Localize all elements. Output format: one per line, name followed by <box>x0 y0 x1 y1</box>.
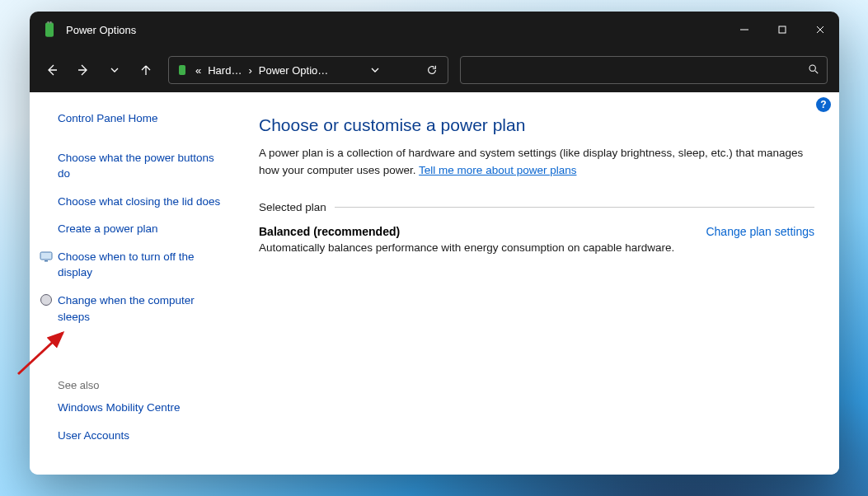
titlebar: Power Options <box>30 12 839 48</box>
see-also-mobility-centre[interactable]: Windows Mobility Centre <box>58 400 226 416</box>
svg-rect-10 <box>179 65 185 75</box>
page-heading: Choose or customise a power plan <box>259 115 814 135</box>
recent-locations-button[interactable] <box>101 56 129 84</box>
maximize-button[interactable] <box>763 12 801 48</box>
breadcrumb-seg-2[interactable]: Power Optio… <box>254 64 334 77</box>
forward-button[interactable] <box>69 56 97 84</box>
power-options-icon <box>41 21 58 38</box>
search-input[interactable] <box>461 64 808 77</box>
change-plan-settings-link[interactable]: Change plan settings <box>706 225 814 238</box>
content-area: ? Control Panel Home Choose what the pow… <box>30 92 839 475</box>
location-icon <box>176 63 189 77</box>
close-button[interactable] <box>801 12 839 48</box>
breadcrumb-seg-1[interactable]: Hard… <box>203 64 246 77</box>
see-also-heading: See also <box>58 379 226 391</box>
sidebar-link-power-buttons[interactable]: Choose what the power buttons do <box>58 150 226 182</box>
back-button[interactable] <box>38 56 66 84</box>
svg-rect-14 <box>45 260 48 262</box>
sidebar-link-create-plan[interactable]: Create a power plan <box>58 221 226 237</box>
selected-plan-section: Selected plan <box>259 201 814 213</box>
moon-icon <box>40 293 53 306</box>
section-label: Selected plan <box>259 201 326 213</box>
navigation-toolbar: « Hard… › Power Optio… <box>30 48 839 92</box>
breadcrumb-sep: › <box>246 64 253 77</box>
see-also-user-accounts[interactable]: User Accounts <box>58 428 226 444</box>
up-button[interactable] <box>132 56 160 84</box>
sidebar: Control Panel Home Choose what the power… <box>30 92 234 475</box>
window-controls <box>725 12 839 48</box>
svg-rect-13 <box>40 252 52 260</box>
svg-point-11 <box>809 65 815 71</box>
svg-rect-2 <box>48 21 49 24</box>
refresh-button[interactable] <box>416 57 448 83</box>
svg-point-15 <box>41 294 52 305</box>
breadcrumb-chevrons: « <box>194 64 203 77</box>
learn-more-link[interactable]: Tell me more about power plans <box>419 164 576 176</box>
main-pane: Choose or customise a power plan A power… <box>234 92 839 475</box>
control-panel-home-link[interactable]: Control Panel Home <box>58 110 226 127</box>
display-icon <box>40 250 53 263</box>
page-description: A power plan is a collection of hardware… <box>259 145 814 180</box>
plan-row: Balanced (recommended) Change plan setti… <box>259 225 814 238</box>
sidebar-link-closing-lid[interactable]: Choose what closing the lid does <box>58 194 226 210</box>
search-icon[interactable] <box>808 63 819 77</box>
power-options-window: Power Options <box>30 12 839 475</box>
minimize-button[interactable] <box>725 12 763 48</box>
svg-rect-5 <box>779 26 786 33</box>
window-title: Power Options <box>66 24 136 36</box>
plan-description: Automatically balances performance with … <box>259 241 814 254</box>
sidebar-link-turn-off-display[interactable]: Choose when to turn off the display <box>58 249 226 281</box>
svg-line-12 <box>815 71 818 73</box>
help-icon[interactable]: ? <box>816 97 831 112</box>
svg-rect-1 <box>45 22 54 37</box>
plan-name: Balanced (recommended) <box>259 225 400 238</box>
search-box[interactable] <box>460 56 828 84</box>
sidebar-link-computer-sleeps[interactable]: Change when the computer sleeps <box>58 292 226 325</box>
svg-rect-3 <box>50 21 52 24</box>
sidebar-item-label: Change when the computer sleeps <box>58 294 195 323</box>
sidebar-item-label: Choose when to turn off the display <box>58 250 195 279</box>
address-bar[interactable]: « Hard… › Power Optio… <box>168 56 448 84</box>
section-rule <box>335 207 814 208</box>
address-dropdown-button[interactable] <box>359 57 391 83</box>
